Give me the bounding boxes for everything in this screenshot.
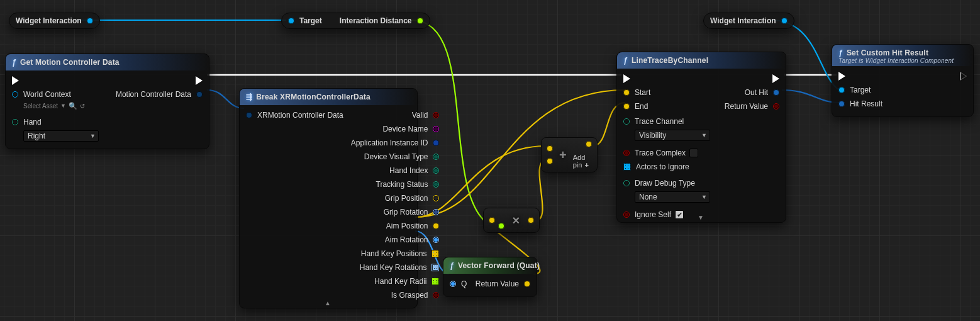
pin-app-instance-id[interactable] bbox=[433, 140, 439, 146]
pin-input-target[interactable] bbox=[288, 18, 294, 24]
dropdown-draw-debug[interactable]: None ▼ bbox=[635, 191, 710, 203]
pin-draw-debug[interactable] bbox=[623, 180, 630, 186]
pin-add-out[interactable] bbox=[586, 141, 592, 147]
multiply-icon: × bbox=[513, 213, 520, 228]
function-icon: ƒ bbox=[623, 56, 628, 65]
pin-output-float[interactable] bbox=[417, 18, 423, 24]
pin-output-object[interactable] bbox=[781, 18, 788, 24]
node-header[interactable]: ƒ Get Motion Controller Data bbox=[6, 54, 209, 70]
pin-trace-complex[interactable] bbox=[623, 150, 630, 156]
checkbox-ignore-self[interactable]: ✔ bbox=[675, 210, 684, 219]
pin-label-hand: Hand bbox=[23, 118, 42, 127]
pin-exec-out[interactable] bbox=[196, 76, 203, 85]
function-icon: ƒ bbox=[838, 48, 843, 57]
node-multiply[interactable]: × bbox=[483, 208, 540, 233]
pin-aim-rotation[interactable] bbox=[433, 237, 439, 243]
variable-widget-interaction-2[interactable]: Widget Interaction bbox=[703, 13, 794, 29]
pin-ignore-self[interactable] bbox=[623, 211, 630, 218]
pin-exec-out[interactable] bbox=[772, 74, 779, 83]
pin-output-object[interactable] bbox=[87, 18, 93, 24]
pin-exec-in[interactable] bbox=[12, 76, 19, 85]
pin-grip-rotation[interactable] bbox=[433, 209, 439, 215]
node-vector-forward-quat[interactable]: ƒ Vector Forward (Quat) Q Return Value bbox=[443, 257, 537, 297]
pin-valid[interactable] bbox=[433, 112, 439, 118]
pin-end[interactable] bbox=[623, 103, 630, 110]
pin-add-a[interactable] bbox=[547, 145, 553, 152]
pin-hit-result[interactable] bbox=[838, 101, 845, 107]
pin-tracking-status[interactable] bbox=[433, 181, 439, 188]
chevron-down-icon: ▼ bbox=[701, 194, 707, 200]
variable-widget-interaction-1[interactable]: Widget Interaction bbox=[9, 13, 100, 29]
dropdown-trace-channel[interactable]: Visibility ▼ bbox=[635, 130, 710, 141]
pin-mult-out[interactable] bbox=[528, 217, 534, 223]
node-subtitle: Target is Widget Interaction Component bbox=[838, 57, 954, 64]
pin-world-context[interactable] bbox=[12, 91, 18, 98]
break-icon: ⇶ bbox=[246, 93, 252, 101]
pin-label-target: Target bbox=[299, 16, 322, 25]
pin-is-grasped[interactable] bbox=[433, 292, 439, 298]
pin-label-xrmcd: XRMotion Controller Data bbox=[257, 111, 343, 120]
pin-actors-to-ignore[interactable] bbox=[623, 163, 631, 171]
chevron-down-icon: ▼ bbox=[90, 133, 96, 139]
collapse-toggle[interactable] bbox=[325, 300, 332, 307]
node-set-custom-hit-result[interactable]: ƒ Set Custom Hit Result Target is Widget… bbox=[832, 44, 974, 117]
node-linetracebychannel[interactable]: ƒ LineTraceByChannel Start Out Hit End R… bbox=[616, 52, 786, 223]
node-header[interactable]: ⇶ Break XRMotionControllerData bbox=[240, 89, 417, 105]
node-add[interactable]: + Add pin+ bbox=[541, 137, 598, 172]
pin-mult-b[interactable] bbox=[498, 223, 504, 229]
pin-q[interactable] bbox=[450, 281, 456, 287]
pin-exec-in[interactable] bbox=[838, 72, 845, 81]
pin-start[interactable] bbox=[623, 89, 630, 96]
pin-grip-position[interactable] bbox=[433, 195, 439, 201]
chevron-down-icon: ▼ bbox=[701, 132, 707, 138]
chevron-down-icon: ▼ bbox=[60, 103, 66, 109]
pin-label-world-context: World Context bbox=[23, 90, 71, 99]
pin-return-value[interactable] bbox=[773, 103, 779, 110]
node-title: Get Motion Controller Data bbox=[20, 58, 120, 67]
wire-outhit-hitresult bbox=[782, 90, 839, 103]
dropdown-hand[interactable]: Right ▼ bbox=[23, 130, 99, 142]
search-icon: 🔍 bbox=[69, 102, 77, 110]
pin-add-b[interactable] bbox=[547, 158, 553, 164]
node-title: Vector Forward (Quat) bbox=[458, 261, 540, 270]
node-title: LineTraceByChannel bbox=[632, 56, 708, 65]
reroute-target-interactiondistance[interactable]: Target Interaction Distance bbox=[281, 13, 430, 29]
pin-xrmcd-in[interactable] bbox=[246, 112, 252, 118]
pin-return-value[interactable] bbox=[524, 281, 530, 287]
pin-label-mcd-out: Motion Controller Data bbox=[116, 90, 191, 99]
pin-hand-index[interactable] bbox=[433, 167, 439, 174]
node-get-motion-controller-data[interactable]: ƒ Get Motion Controller Data World Conte… bbox=[5, 54, 209, 149]
pin-mult-a[interactable] bbox=[489, 217, 495, 223]
pin-mcd-out[interactable] bbox=[196, 91, 203, 98]
pin-target[interactable] bbox=[838, 87, 845, 93]
pin-hand-key-positions[interactable] bbox=[432, 250, 439, 257]
function-icon: ƒ bbox=[12, 58, 16, 67]
node-title: Break XRMotionControllerData bbox=[256, 93, 370, 101]
pin-hand[interactable] bbox=[12, 119, 18, 125]
plus-icon: + bbox=[559, 148, 567, 162]
pin-hand-key-radii[interactable] bbox=[432, 278, 439, 285]
pin-hand-key-rotations[interactable] bbox=[432, 264, 439, 271]
pin-exec-out[interactable] bbox=[960, 72, 967, 81]
chip-label: Widget Interaction bbox=[16, 16, 82, 25]
pin-out-hit[interactable] bbox=[773, 89, 779, 96]
node-title: Set Custom Hit Result bbox=[847, 48, 928, 57]
node-header[interactable]: ƒ LineTraceByChannel bbox=[617, 52, 786, 69]
pin-label-interaction-distance: Interaction Distance bbox=[340, 16, 412, 25]
pin-device-visual-type[interactable] bbox=[433, 154, 439, 160]
pin-trace-channel[interactable] bbox=[623, 118, 630, 125]
function-icon: ƒ bbox=[450, 261, 454, 270]
add-pin-button[interactable]: Add pin+ bbox=[573, 154, 592, 169]
asset-picker[interactable]: Select Asset ▼ 🔍 ↺ bbox=[23, 102, 85, 110]
reset-icon: ↺ bbox=[80, 103, 85, 110]
expand-toggle[interactable] bbox=[698, 214, 705, 221]
node-break-xrmotioncontrollerdata[interactable]: ⇶ Break XRMotionControllerData XRMotion … bbox=[239, 88, 418, 308]
node-header[interactable]: ƒ Vector Forward (Quat) bbox=[443, 257, 537, 274]
pin-exec-in[interactable] bbox=[623, 74, 630, 83]
node-header[interactable]: ƒ Set Custom Hit Result Target is Widget… bbox=[832, 45, 973, 66]
pin-aim-position[interactable] bbox=[433, 223, 439, 229]
checkbox-trace-complex[interactable]: ✔ bbox=[689, 149, 698, 157]
pin-device-name[interactable] bbox=[433, 126, 439, 132]
chip-label: Widget Interaction bbox=[710, 16, 776, 25]
